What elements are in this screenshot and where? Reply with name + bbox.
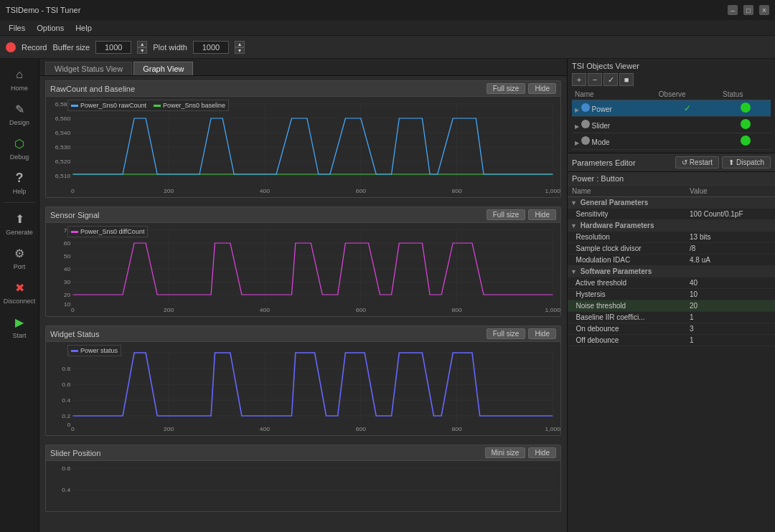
sidebar-port-label: Port — [14, 263, 26, 270]
buffer-size-up[interactable]: ▲ — [137, 41, 147, 47]
minimize-button[interactable]: – — [728, 5, 738, 15]
param-row[interactable]: Baseline IIR coeffici... 1 — [568, 312, 775, 323]
sensor-fullsize-button[interactable]: Full size — [487, 209, 526, 220]
restart-button[interactable]: ↺ Restart — [675, 156, 719, 168]
col-status: Status — [720, 89, 771, 100]
widget-status-fullsize-button[interactable]: Full size — [487, 328, 526, 339]
row-status — [720, 133, 771, 150]
dispatch-button[interactable]: ⬆ Dispatch — [722, 156, 771, 168]
tsi-toolbar: + − ✓ ■ — [572, 73, 771, 86]
param-value[interactable]: 3 — [685, 323, 775, 335]
svg-text:0.2: 0.2 — [62, 413, 70, 419]
chart-area-slider: 0.6 0.4 — [46, 461, 560, 511]
sidebar-item-generate[interactable]: ⬆ Generate — [0, 206, 39, 240]
sidebar-design-label: Design — [9, 119, 29, 126]
plot-width-label: Plot width — [153, 43, 187, 52]
sidebar-item-disconnect[interactable]: ✖ Disconnect — [0, 275, 39, 309]
param-row[interactable]: Sample clock divisor /8 — [568, 243, 775, 255]
sidebar: ⌂ Home ✎ Design ⬡ Debug ? Help ⬆ Generat… — [0, 59, 39, 532]
param-value[interactable]: 1 — [685, 335, 775, 346]
param-value[interactable]: 40 — [685, 277, 775, 289]
generate-icon: ⬆ — [11, 210, 28, 227]
tsi-square-button[interactable]: ■ — [619, 73, 634, 86]
plot-width-input[interactable] — [193, 41, 229, 54]
param-value[interactable]: 10 — [685, 289, 775, 300]
param-row[interactable]: Sensitivity 100 Count/0.1pF — [568, 209, 775, 220]
tab-widget-status-view[interactable]: Widget Status View — [45, 62, 132, 75]
svg-text:6,540: 6,540 — [55, 130, 71, 136]
tsi-add-button[interactable]: + — [572, 73, 586, 86]
row-observe[interactable]: ✓ — [656, 100, 720, 117]
param-name: Off debounce — [568, 335, 685, 346]
plot-width-down[interactable]: ▼ — [235, 47, 245, 54]
sidebar-item-help[interactable]: ? Help — [0, 165, 39, 199]
table-row[interactable]: ▶ Slider — [572, 117, 771, 133]
section-hardware: ▼ Hardware Parameters — [568, 220, 775, 232]
rawcount-fullsize-button[interactable]: Full size — [487, 83, 526, 94]
table-row[interactable]: ▶ Mode — [572, 133, 771, 150]
row-observe[interactable] — [656, 133, 720, 150]
table-row[interactable]: ▶ Power ✓ — [572, 100, 771, 117]
param-value[interactable]: 1 — [685, 312, 775, 323]
rawcount-hide-button[interactable]: Hide — [528, 83, 556, 94]
tab-graph-view[interactable]: Graph View — [133, 62, 193, 75]
plot-width-up[interactable]: ▲ — [235, 41, 245, 47]
param-row[interactable]: Resolution 13 bits — [568, 232, 775, 243]
param-name: Sample clock divisor — [568, 243, 685, 255]
sidebar-item-home[interactable]: ⌂ Home — [0, 62, 39, 96]
menu-files[interactable]: Files — [3, 22, 31, 34]
param-row-highlight[interactable]: Noise threshold 20 — [568, 300, 775, 312]
param-name: Sensitivity — [568, 209, 685, 220]
slider-hide-button[interactable]: Hide — [528, 447, 556, 458]
title-bar: TSIDemo - TSI Tuner – □ × — [0, 0, 775, 20]
section-general: ▼ General Parameters — [568, 197, 775, 209]
param-value[interactable]: 100 Count/0.1pF — [685, 209, 775, 220]
chart-area-rawcount: 6,580 6,560 6,540 6,530 6,520 6,510 0 20… — [46, 97, 560, 197]
sensor-hide-button[interactable]: Hide — [528, 209, 556, 220]
param-row[interactable]: Hystersis 10 — [568, 289, 775, 300]
param-row[interactable]: Off debounce 1 — [568, 335, 775, 346]
param-row[interactable]: Modulation IDAC 4.8 uA — [568, 255, 775, 266]
slider-minisize-button[interactable]: Mini size — [485, 447, 526, 458]
center-content: Widget Status View Graph View RawCount a… — [39, 59, 567, 532]
buffer-size-down[interactable]: ▼ — [137, 47, 147, 54]
tsi-remove-button[interactable]: − — [588, 73, 602, 86]
buffer-size-input[interactable] — [95, 41, 131, 54]
close-button[interactable]: × — [759, 5, 769, 15]
svg-text:600: 600 — [356, 307, 367, 313]
param-row[interactable]: On debounce 3 — [568, 323, 775, 335]
debug-icon: ⬡ — [11, 135, 28, 152]
sidebar-item-port[interactable]: ⚙ Port — [0, 240, 39, 275]
param-value[interactable]: 13 bits — [685, 232, 775, 243]
chart-header-rawcount: RawCount and Baseline Full size Hide — [46, 81, 560, 97]
sidebar-start-label: Start — [12, 332, 26, 339]
tsi-check-button[interactable]: ✓ — [603, 73, 618, 86]
param-value[interactable]: 4.8 uA — [685, 255, 775, 266]
svg-text:1,000: 1,000 — [545, 307, 560, 313]
param-value[interactable]: 20 — [685, 300, 775, 312]
menu-help[interactable]: Help — [70, 22, 98, 34]
svg-text:30: 30 — [64, 279, 71, 285]
svg-text:6,560: 6,560 — [55, 115, 71, 122]
sidebar-item-design[interactable]: ✎ Design — [0, 96, 39, 130]
maximize-button[interactable]: □ — [743, 5, 753, 15]
params-col-name: Name — [568, 186, 685, 197]
svg-text:50: 50 — [64, 253, 71, 260]
svg-text:0.6: 0.6 — [62, 381, 70, 388]
param-name: Modulation IDAC — [568, 255, 685, 266]
svg-text:60: 60 — [64, 240, 71, 247]
sidebar-item-start[interactable]: ▶ Start — [0, 309, 39, 343]
row-observe[interactable] — [656, 117, 720, 133]
param-row[interactable]: Active threshold 40 — [568, 277, 775, 289]
chart-area-sensor: 70 60 50 40 30 20 10 0 200 400 600 800 1… — [46, 223, 560, 316]
sidebar-item-debug[interactable]: ⬡ Debug — [0, 130, 39, 165]
widget-status-hide-button[interactable]: Hide — [528, 328, 556, 339]
menu-options[interactable]: Options — [31, 22, 70, 34]
slider-svg: 0.6 0.4 — [46, 461, 560, 511]
row-name: ▶ Mode — [572, 133, 656, 150]
svg-text:0: 0 — [71, 188, 75, 194]
param-value[interactable]: /8 — [685, 243, 775, 255]
toolbar: Record Buffer size ▲ ▼ Plot width ▲ ▼ — [0, 36, 775, 59]
sidebar-debug-label: Debug — [10, 153, 29, 161]
record-label: Record — [22, 43, 47, 52]
